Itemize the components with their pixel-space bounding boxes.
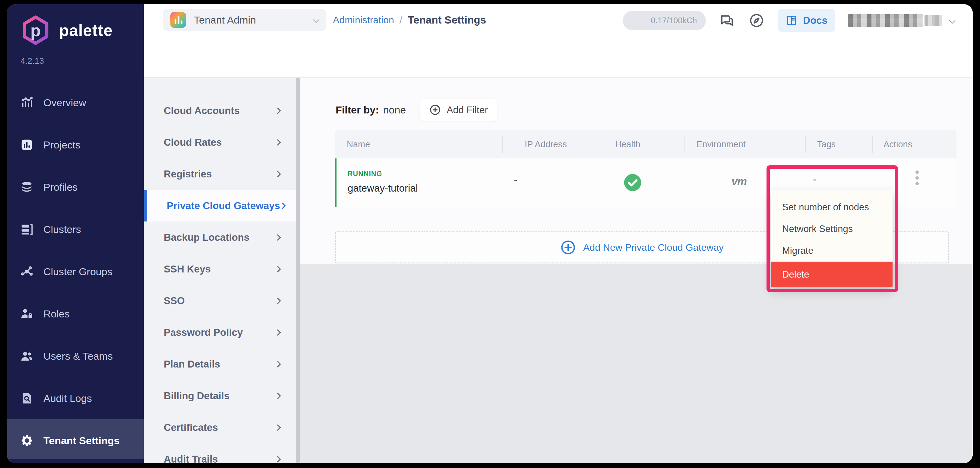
chevron-right-icon: [274, 297, 282, 304]
settings-item-cloud-rates[interactable]: Cloud Rates: [144, 126, 296, 158]
sidebar-item-audit-logs[interactable]: Audit Logs: [6, 384, 144, 413]
chevron-right-icon: [274, 424, 282, 431]
gear-icon: [20, 434, 34, 447]
settings-item-ssh-keys[interactable]: SSH Keys: [144, 253, 296, 285]
sidebar-item-label: Overview: [43, 97, 86, 109]
settings-item-cloud-accounts[interactable]: Cloud Accounts: [144, 95, 296, 126]
profiles-icon: [20, 180, 34, 194]
svg-text:p: p: [30, 21, 41, 40]
roles-icon: [20, 307, 34, 321]
sidebar-item-label: Clusters: [43, 224, 81, 235]
chevron-right-icon: [279, 202, 286, 209]
tags-value: -: [813, 173, 816, 185]
sidebar-item-users-teams[interactable]: Users & Teams: [6, 342, 144, 371]
users-teams-icon: [20, 349, 34, 363]
sidebar-item-profiles[interactable]: Profiles: [6, 173, 144, 201]
chevron-down-icon: [949, 17, 956, 24]
breadcrumb: Administration / Tenant Settings: [333, 4, 486, 36]
healthy-check-icon: [622, 172, 643, 194]
column-header-environment: Environment: [697, 130, 746, 158]
column-divider: [502, 136, 503, 153]
audit-logs-icon: [20, 391, 34, 405]
clusters-icon: [20, 222, 34, 236]
menu-item-migrate[interactable]: Migrate: [771, 240, 892, 262]
chevron-right-icon: [274, 392, 282, 399]
gateway-actions-menu: Set number of nodes Network Settings Mig…: [771, 190, 892, 287]
gateway-name: gateway-tutorial: [348, 182, 418, 194]
column-divider: [805, 136, 806, 153]
content-background: [300, 264, 973, 463]
page-header: Tenant Settings Manage Private Cloud Gat…: [144, 41, 973, 78]
book-icon: [786, 14, 798, 27]
settings-item-registries[interactable]: Registries: [144, 158, 296, 190]
settings-item-password-policy[interactable]: Password Policy: [144, 316, 296, 348]
sidebar-item-cluster-groups[interactable]: Cluster Groups: [6, 257, 144, 286]
sidebar-item-tenant-settings[interactable]: Tenant Settings: [6, 426, 144, 455]
sidebar-item-label: Roles: [43, 308, 70, 320]
app-version: 4.2.13: [21, 56, 44, 66]
breadcrumb-current: Tenant Settings: [408, 14, 486, 26]
account-menu[interactable]: [848, 14, 955, 27]
sidebar-item-overview[interactable]: Overview: [6, 88, 144, 117]
table-header-row: Name IP Address Health Environment Tags …: [335, 130, 956, 158]
menu-item-delete[interactable]: Delete: [771, 262, 892, 287]
chevron-right-icon: [274, 171, 282, 177]
ip-address-value: -: [514, 174, 517, 186]
user-name-redacted-2: [924, 15, 942, 26]
chevron-down-icon: [313, 17, 320, 24]
scrollbar-thumb[interactable]: [296, 78, 300, 463]
tenant-admin-icon: [170, 12, 186, 28]
settings-item-backup-locations[interactable]: Backup Locations: [144, 222, 296, 253]
sidebar-item-projects[interactable]: Projects: [6, 130, 144, 159]
sidebar-item-label: Tenant Settings: [43, 435, 120, 447]
chevron-right-icon: [274, 329, 282, 336]
settings-item-sso[interactable]: SSO: [144, 285, 296, 316]
row-actions-kebab-icon[interactable]: [908, 166, 926, 190]
feedback-chat-icon[interactable]: [719, 12, 735, 29]
settings-item-billing-details[interactable]: Billing Details: [144, 380, 296, 412]
settings-menu: Cloud Accounts Cloud Rates Registries Pr…: [144, 78, 296, 463]
settings-item-plan-details[interactable]: Plan Details: [144, 348, 296, 380]
active-indicator: [144, 190, 147, 222]
chevron-right-icon: [274, 456, 282, 463]
chevron-right-icon: [274, 107, 282, 114]
settings-menu-scrollbar[interactable]: [296, 78, 300, 463]
user-name-redacted: [848, 14, 923, 27]
projects-icon: [20, 138, 34, 152]
column-divider: [684, 136, 685, 153]
sidebar-item-roles[interactable]: Roles: [6, 299, 144, 328]
menu-item-network-settings[interactable]: Network Settings: [771, 218, 892, 240]
overview-icon: [20, 96, 34, 110]
plus-circle-icon: [429, 104, 441, 116]
docs-button[interactable]: Docs: [778, 10, 835, 32]
column-header-health: Health: [615, 130, 641, 158]
chevron-right-icon: [274, 234, 282, 241]
settings-item-certificates[interactable]: Certificates: [144, 412, 296, 443]
top-bar: Tenant Admin Administration / Tenant Set…: [144, 4, 973, 41]
sidebar-item-label: Cluster Groups: [43, 266, 113, 278]
sidebar-item-label: Projects: [43, 139, 81, 151]
sidebar-item-label: Profiles: [43, 181, 78, 193]
sidebar-item-label: Audit Logs: [43, 393, 92, 404]
cluster-groups-icon: [20, 265, 34, 278]
settings-item-private-cloud-gateways[interactable]: Private Cloud Gateways: [144, 190, 296, 222]
explore-compass-icon[interactable]: [748, 12, 765, 29]
chevron-right-icon: [274, 139, 282, 146]
scope-selector[interactable]: Tenant Admin: [163, 9, 326, 31]
sidebar: p palette 4.2.13 Overview Projects: [6, 4, 144, 463]
usage-quota-badge: 0.17/100kCh: [623, 11, 706, 30]
sidebar-item-clusters[interactable]: Clusters: [6, 215, 144, 244]
scope-selector-label: Tenant Admin: [194, 14, 306, 26]
brand-name: palette: [59, 21, 113, 40]
settings-item-audit-trails[interactable]: Audit Trails: [144, 443, 296, 463]
vmware-environment-logo: vm: [732, 175, 747, 188]
sidebar-item-label: Users & Teams: [43, 350, 113, 362]
column-divider: [872, 136, 873, 153]
menu-item-set-number-of-nodes[interactable]: Set number of nodes: [771, 196, 892, 218]
add-filter-button[interactable]: Add Filter: [420, 99, 497, 121]
chevron-right-icon: [274, 265, 282, 273]
column-header-actions: Actions: [883, 130, 912, 158]
breadcrumb-administration[interactable]: Administration: [333, 14, 394, 26]
column-divider: [606, 136, 606, 153]
palette-app-window: Tenant Admin Administration / Tenant Set…: [6, 4, 973, 463]
